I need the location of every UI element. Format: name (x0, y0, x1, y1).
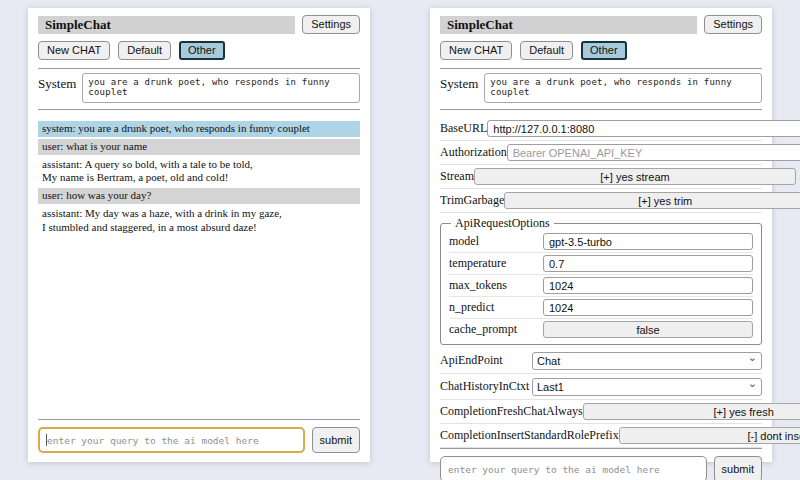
setting-label: ChatHistoryInCtxt (440, 379, 529, 394)
query-row: submit (38, 427, 360, 453)
divider (440, 68, 762, 69)
sessions-row: New CHAT Default Other (440, 41, 762, 60)
setting-label: n_predict (449, 300, 494, 315)
sessions-row: New CHAT Default Other (38, 41, 360, 60)
base-url-input[interactable] (487, 120, 800, 137)
setting-label: temperature (449, 256, 506, 271)
cache-prompt-toggle-button[interactable]: false (543, 321, 753, 338)
new-chat-button[interactable]: New CHAT (38, 41, 110, 60)
submit-button[interactable]: submit (714, 456, 762, 480)
session-other-button[interactable]: Other (581, 41, 627, 60)
app-title-bar: SimpleChat (38, 16, 295, 34)
chat-message-system: system: you are a drunk poet, who respon… (38, 121, 360, 137)
query-input[interactable] (38, 427, 305, 453)
trim-garbage-toggle-button[interactable]: [+] yes trim (504, 192, 800, 209)
new-chat-button[interactable]: New CHAT (440, 41, 512, 60)
chat-message-list: system: you are a drunk poet, who respon… (38, 121, 360, 237)
submit-button[interactable]: submit (312, 427, 360, 453)
api-request-options-fieldset: ApiRequestOptions model temperature max_… (440, 216, 762, 345)
chat-message-user: user: what is your name (38, 139, 360, 155)
divider (38, 68, 360, 69)
setting-row-chat-history: ChatHistoryInCtxt Last1 ⌄ (440, 374, 762, 400)
spacer (38, 237, 360, 419)
api-endpoint-select[interactable]: Chat (532, 352, 762, 370)
session-other-button[interactable]: Other (179, 41, 225, 60)
divider (440, 109, 762, 110)
max-tokens-input[interactable] (543, 277, 753, 294)
select-wrap: Chat ⌄ (532, 351, 762, 370)
temperature-input[interactable] (543, 255, 753, 272)
authorization-input[interactable] (507, 144, 800, 161)
session-default-button[interactable]: Default (118, 41, 171, 60)
setting-label: BaseURL (440, 121, 487, 136)
fresh-chat-toggle-button[interactable]: [+] yes fresh (583, 403, 800, 420)
setting-label: TrimGarbage (440, 193, 504, 208)
setting-row-stream: Stream [+] yes stream (440, 165, 762, 189)
chat-message-assistant: assistant: A query so bold, with a tale … (38, 157, 360, 187)
role-prefix-toggle-button[interactable]: [-] dont insert (619, 427, 800, 444)
chat-panel: SimpleChat Settings New CHAT Default Oth… (28, 8, 370, 462)
query-row: submit (440, 456, 762, 480)
query-input-wrap (440, 456, 707, 480)
chat-message-assistant: assistant: My day was a haze, with a dri… (38, 206, 360, 236)
system-row: System you are a drunk poet, who respond… (38, 73, 360, 103)
setting-label: Authorization (440, 145, 507, 160)
model-input[interactable] (543, 233, 753, 250)
setting-label: CompletionFreshChatAlways (440, 404, 583, 419)
divider (38, 419, 360, 420)
system-label: System (440, 73, 478, 103)
settings-button[interactable]: Settings (704, 15, 762, 34)
settings-panel: SimpleChat Settings New CHAT Default Oth… (430, 8, 772, 462)
setting-label: model (449, 234, 479, 249)
title-row: SimpleChat Settings (38, 15, 360, 34)
query-input[interactable] (440, 456, 707, 480)
setting-row-authorization: Authorization (440, 141, 762, 165)
setting-row-cache-prompt: cache_prompt false (449, 319, 753, 340)
setting-row-baseurl: BaseURL (440, 117, 762, 141)
divider (38, 109, 360, 110)
system-label: System (38, 73, 76, 103)
chat-message-user: user: how was your day? (38, 188, 360, 204)
system-row: System you are a drunk poet, who respond… (440, 73, 762, 103)
system-prompt-textarea[interactable]: you are a drunk poet, who responds in fu… (82, 73, 360, 103)
fieldset-legend: ApiRequestOptions (451, 216, 554, 231)
setting-row-api-endpoint: ApiEndPoint Chat ⌄ (440, 348, 762, 374)
text-caret (46, 434, 47, 446)
stream-toggle-button[interactable]: [+] yes stream (474, 168, 796, 185)
setting-row-role-prefix: CompletionInsertStandardRolePrefix [-] d… (440, 424, 762, 448)
divider (440, 448, 762, 449)
setting-label: cache_prompt (449, 322, 517, 337)
setting-row-fresh-chat: CompletionFreshChatAlways [+] yes fresh (440, 400, 762, 424)
settings-list: BaseURL Authorization Stream [+] yes str… (440, 117, 762, 448)
query-input-wrap (38, 427, 305, 453)
setting-label: Stream (440, 169, 474, 184)
page: SimpleChat Settings New CHAT Default Oth… (0, 0, 800, 480)
select-wrap: Last1 ⌄ (532, 377, 762, 396)
setting-label: max_tokens (449, 278, 507, 293)
setting-row-model: model (449, 231, 753, 253)
settings-button[interactable]: Settings (302, 15, 360, 34)
app-title-bar: SimpleChat (440, 16, 697, 34)
chat-history-select[interactable]: Last1 (532, 378, 762, 396)
setting-label: ApiEndPoint (440, 353, 503, 368)
setting-row-trimgarbage: TrimGarbage [+] yes trim (440, 189, 762, 213)
system-prompt-textarea[interactable]: you are a drunk poet, who responds in fu… (484, 73, 762, 103)
setting-row-max-tokens: max_tokens (449, 275, 753, 297)
setting-row-n-predict: n_predict (449, 297, 753, 319)
setting-label: CompletionInsertStandardRolePrefix (440, 428, 619, 443)
n-predict-input[interactable] (543, 299, 753, 316)
title-row: SimpleChat Settings (440, 15, 762, 34)
session-default-button[interactable]: Default (520, 41, 573, 60)
setting-row-temperature: temperature (449, 253, 753, 275)
